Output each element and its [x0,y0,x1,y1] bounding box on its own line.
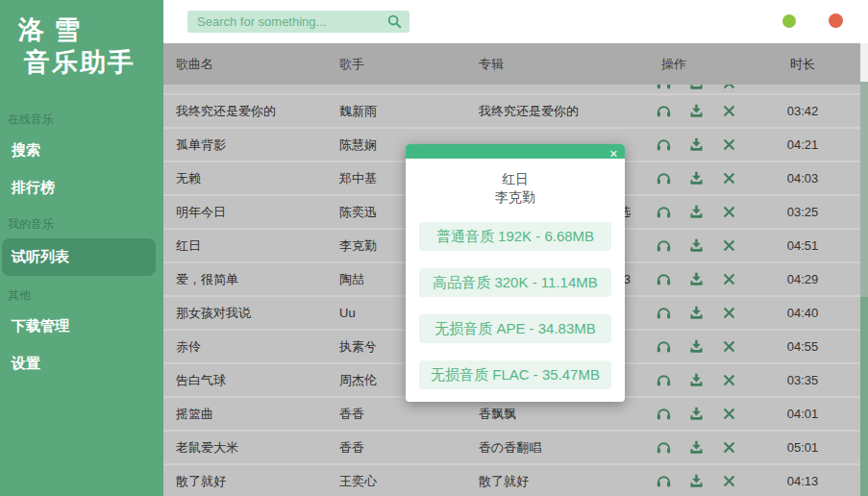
song-title: 无赖 [163,170,327,187]
header-actions: 操作 [632,56,759,73]
download-button[interactable] [688,170,705,186]
sidebar-item[interactable]: 下载管理 [0,308,163,345]
song-duration: 04:01 [759,407,846,421]
listen-button[interactable] [656,473,672,489]
row-actions [632,271,759,287]
sidebar: 洛雪 音乐助手 在线音乐 搜索 排行榜 我的音乐 试听列表 其他 [0,0,163,496]
song-title: 赤伶 [163,338,327,356]
search-input[interactable] [187,11,409,33]
dialog-close-button[interactable]: ✕ [609,147,625,161]
app-logo: 洛雪 音乐助手 [0,0,163,79]
dialog-header: ✕ [406,144,625,159]
header-duration: 时长 [759,56,846,73]
song-album: 我终究还是爱你的 [469,103,632,120]
listen-button[interactable] [656,338,672,355]
remove-button[interactable] [721,406,737,422]
quality-option-button[interactable]: 普通音质 192K - 6.68MB [419,222,611,251]
sidebar-item[interactable]: 搜索 [0,132,163,169]
listen-button[interactable] [656,305,672,321]
listen-button[interactable] [656,439,672,456]
scrollbar-track[interactable] [860,43,868,496]
remove-button[interactable] [721,372,737,388]
remove-button[interactable] [721,305,737,321]
listen-button[interactable] [656,406,672,422]
row-actions [632,103,759,119]
remove-button[interactable] [721,271,737,287]
remove-button[interactable] [721,237,737,254]
remove-button[interactable] [721,338,737,355]
remove-button[interactable] [721,136,737,153]
remove-button[interactable] [721,170,737,186]
song-duration: 03:35 [759,373,846,387]
sidebar-section-online-items: 搜索 排行榜 [0,132,163,207]
song-title: 老鼠爱大米 [163,439,327,457]
song-artist: 香香 [327,439,469,457]
download-button[interactable] [688,237,705,254]
table-row[interactable]: 散了就好 王奕心 散了就好 04:13 [163,465,868,496]
table-row[interactable]: 摇篮曲 香香 香飘飘 04:01 [163,398,868,432]
remove-button[interactable] [721,204,737,220]
listen-button[interactable] [656,204,672,220]
song-title: 那女孩对我说 [163,305,327,322]
song-album: 散了就好 [469,473,632,490]
search-box [187,11,409,33]
song-duration: 04:51 [759,238,846,253]
song-duration: 04:40 [759,306,846,320]
download-button[interactable] [688,305,705,321]
download-button[interactable] [688,338,705,355]
search-icon[interactable] [386,13,403,30]
sidebar-item[interactable]: 试听列表 [2,238,156,276]
listen-button[interactable] [656,170,672,186]
download-button[interactable] [688,439,705,456]
remove-button[interactable] [721,473,737,489]
song-duration: 04:21 [759,137,846,152]
row-actions [632,136,759,153]
table-row[interactable]: 老鼠爱大米 香香 香の香翻唱 05:01 [163,432,868,465]
remove-button[interactable] [721,439,737,456]
quality-option-button[interactable]: 无损音质 APE - 34.83MB [419,314,611,343]
partial-row-actions [632,85,759,91]
row-actions [632,439,759,456]
download-button[interactable] [688,103,705,119]
header-song: 歌曲名 [163,56,327,73]
song-title: 摇篮曲 [163,406,327,423]
quality-options-list: 普通音质 192K - 6.68MB 高品音质 320K - 11.14MB 无… [406,222,625,389]
table-row[interactable]: 我终究还是爱你的 魏新雨 我终究还是爱你的 03: [163,95,868,129]
partially-scrolled-row [163,85,868,95]
sidebar-item[interactable]: 设置 [0,345,163,383]
logo-line2: 音乐助手 [18,46,163,79]
scrollbar-thumb[interactable] [860,82,868,496]
remove-button[interactable] [721,103,737,119]
song-title: 告白气球 [163,372,327,389]
song-duration: 03:42 [759,104,846,118]
sidebar-item[interactable]: 排行榜 [0,169,163,207]
song-album: 香の香翻唱 [469,439,632,457]
listen-button[interactable] [656,136,672,153]
song-title: 散了就好 [163,473,327,490]
download-button[interactable] [688,406,705,422]
listen-button[interactable] [656,372,672,388]
song-artist: 香香 [327,406,469,423]
download-button[interactable] [688,136,705,153]
song-duration: 04:55 [759,339,846,354]
quality-select-dialog: ✕ 红日 李克勤 普通音质 192K - 6.68MB 高品音质 320K - … [406,144,625,402]
headphone-icon [656,85,672,91]
row-actions [632,237,759,254]
close-window-button[interactable] [829,13,843,28]
row-actions [632,204,759,220]
download-button[interactable] [688,271,705,287]
song-title: 我终究还是爱你的 [163,103,327,120]
download-button[interactable] [688,204,705,220]
sidebar-section-other: 其他 [0,278,163,308]
top-bar [163,0,868,43]
song-artist: 王奕心 [327,473,469,490]
quality-option-button[interactable]: 无损音质 FLAC - 35.47MB [419,360,611,389]
download-button[interactable] [688,473,705,489]
listen-button[interactable] [656,237,672,254]
quality-option-button[interactable]: 高品音质 320K - 11.14MB [419,268,611,297]
song-title: 孤单背影 [163,136,327,154]
download-button[interactable] [688,372,705,388]
minimize-window-button[interactable] [782,14,796,28]
listen-button[interactable] [656,103,672,119]
listen-button[interactable] [656,271,672,287]
